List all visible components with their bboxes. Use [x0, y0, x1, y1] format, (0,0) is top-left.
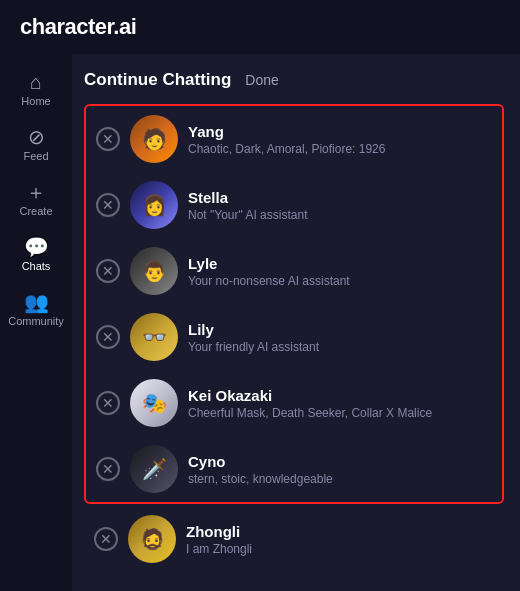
avatar-kei — [130, 379, 178, 427]
chat-name-kei: Kei Okazaki — [188, 387, 492, 404]
home-icon: ⌂ — [30, 72, 42, 92]
chat-name-stella: Stella — [188, 189, 492, 206]
avatar-lily — [130, 313, 178, 361]
done-button[interactable]: Done — [245, 72, 278, 88]
sidebar-item-chats[interactable]: 💬 Chats — [4, 229, 68, 280]
chat-info-cyno: Cyno stern, stoic, knowledgeable — [188, 453, 492, 486]
yang-avatar-img — [142, 127, 167, 151]
avatar-yang — [130, 115, 178, 163]
chat-name-lyle: Lyle — [188, 255, 492, 272]
remove-button-cyno[interactable]: ✕ — [96, 457, 120, 481]
chat-info-stella: Stella Not "Your" AI assistant — [188, 189, 492, 222]
avatar-stella — [130, 181, 178, 229]
remove-button-lily[interactable]: ✕ — [96, 325, 120, 349]
chat-info-lily: Lily Your friendly AI assistant — [188, 321, 492, 354]
sidebar-label-chats: Chats — [22, 260, 51, 272]
chat-item-cyno[interactable]: ✕ Cyno stern, stoic, knowledgeable — [86, 436, 502, 502]
remove-button-lyle[interactable]: ✕ — [96, 259, 120, 283]
chat-name-lily: Lily — [188, 321, 492, 338]
chat-info-zhongli: Zhongli I am Zhongli — [186, 523, 494, 556]
zhongli-avatar-img — [140, 527, 165, 551]
community-icon: 👥 — [24, 292, 49, 312]
chat-item-yang[interactable]: ✕ Yang Chaotic, Dark, Amoral, Piofiore: … — [86, 106, 502, 172]
chat-item-lily[interactable]: ✕ Lily Your friendly AI assistant — [86, 304, 502, 370]
chat-name-cyno: Cyno — [188, 453, 492, 470]
chat-info-yang: Yang Chaotic, Dark, Amoral, Piofiore: 19… — [188, 123, 492, 156]
chat-desc-lyle: Your no-nonsense AI assistant — [188, 274, 492, 288]
lily-avatar-img — [142, 325, 167, 349]
highlighted-chat-list: ✕ Yang Chaotic, Dark, Amoral, Piofiore: … — [84, 104, 504, 504]
remove-button-zhongli[interactable]: ✕ — [94, 527, 118, 551]
avatar-lyle — [130, 247, 178, 295]
section-title: Continue Chatting — [84, 70, 231, 90]
remove-button-kei[interactable]: ✕ — [96, 391, 120, 415]
avatar-zhongli — [128, 515, 176, 563]
chat-desc-kei: Cheerful Mask, Death Seeker, Collar X Ma… — [188, 406, 492, 420]
sidebar-item-feed[interactable]: ⊘ Feed — [4, 119, 68, 170]
chat-item-zhongli[interactable]: ✕ Zhongli I am Zhongli — [84, 506, 504, 572]
chat-item-stella[interactable]: ✕ Stella Not "Your" AI assistant — [86, 172, 502, 238]
chat-name-zhongli: Zhongli — [186, 523, 494, 540]
feed-icon: ⊘ — [28, 127, 45, 147]
create-icon: ＋ — [26, 182, 46, 202]
cyno-avatar-img — [142, 457, 167, 481]
app-title: character.ai — [20, 14, 136, 40]
app-header: character.ai — [0, 0, 520, 54]
stella-avatar-img — [142, 193, 167, 217]
lyle-avatar-img — [142, 259, 167, 283]
main-layout: ⌂ Home ⊘ Feed ＋ Create 💬 Chats 👥 Communi… — [0, 54, 520, 591]
remove-button-yang[interactable]: ✕ — [96, 127, 120, 151]
sidebar-label-community: Community — [8, 315, 64, 327]
section-header: Continue Chatting Done — [84, 70, 504, 90]
chat-desc-stella: Not "Your" AI assistant — [188, 208, 492, 222]
chat-desc-lily: Your friendly AI assistant — [188, 340, 492, 354]
sidebar-item-create[interactable]: ＋ Create — [4, 174, 68, 225]
kei-avatar-img — [142, 391, 167, 415]
sidebar-label-home: Home — [21, 95, 50, 107]
remove-button-stella[interactable]: ✕ — [96, 193, 120, 217]
chat-desc-zhongli: I am Zhongli — [186, 542, 494, 556]
sidebar: ⌂ Home ⊘ Feed ＋ Create 💬 Chats 👥 Communi… — [0, 54, 72, 591]
chat-info-kei: Kei Okazaki Cheerful Mask, Death Seeker,… — [188, 387, 492, 420]
chat-desc-yang: Chaotic, Dark, Amoral, Piofiore: 1926 — [188, 142, 492, 156]
chat-item-kei[interactable]: ✕ Kei Okazaki Cheerful Mask, Death Seeke… — [86, 370, 502, 436]
avatar-cyno — [130, 445, 178, 493]
chat-desc-cyno: stern, stoic, knowledgeable — [188, 472, 492, 486]
sidebar-item-home[interactable]: ⌂ Home — [4, 64, 68, 115]
sidebar-label-create: Create — [19, 205, 52, 217]
chat-info-lyle: Lyle Your no-nonsense AI assistant — [188, 255, 492, 288]
chats-icon: 💬 — [24, 237, 49, 257]
chat-item-lyle[interactable]: ✕ Lyle Your no-nonsense AI assistant — [86, 238, 502, 304]
chat-name-yang: Yang — [188, 123, 492, 140]
sidebar-item-community[interactable]: 👥 Community — [4, 284, 68, 335]
sidebar-label-feed: Feed — [23, 150, 48, 162]
content-area: Continue Chatting Done ✕ Yang Chaotic, D… — [72, 54, 520, 591]
